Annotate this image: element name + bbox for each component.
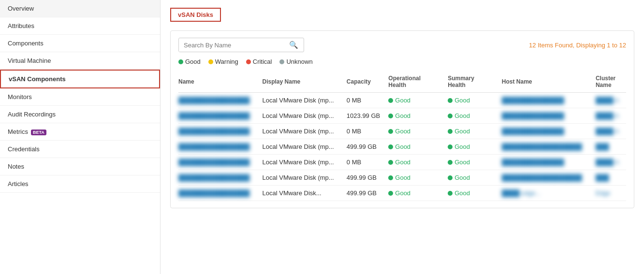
beta-badge: BETA (31, 130, 46, 135)
cell-host-name: ██████████████████ (502, 170, 596, 186)
search-row: 🔍 12 Items Found, Displaying 1 to 12 (178, 38, 626, 52)
name-value[interactable]: ████████████████ (178, 159, 249, 166)
search-input[interactable] (179, 39, 285, 52)
cell-cluster-name: ████ A (596, 93, 626, 108)
vsan-disks-tab[interactable]: vSAN Disks (170, 8, 221, 22)
sidebar-item-vsan-components[interactable]: vSAN Components (0, 70, 160, 88)
name-value[interactable]: ████████████████ (178, 174, 249, 181)
cell-sum-health: Good (448, 155, 502, 170)
main-content: vSAN Disks 🔍 12 Items Found, Displaying … (161, 0, 644, 274)
cell-host-name: ██████████████ (502, 108, 596, 124)
host-name-value[interactable]: ████ edge... (502, 189, 541, 197)
sidebar-item-components[interactable]: Components (0, 35, 160, 52)
cell-op-health: Good (388, 186, 448, 201)
cluster-name-value[interactable]: ███ (596, 143, 609, 150)
name-value[interactable]: ████████████████ (178, 143, 249, 150)
col-cluster-name: ClusterName (596, 71, 626, 93)
cell-name: ████████████████ (178, 139, 263, 155)
search-input-wrap: 🔍 (178, 38, 304, 52)
table-row: ████████████████Local VMware Disk (mp...… (178, 108, 626, 124)
host-name-value[interactable]: ██████████████ (502, 159, 564, 166)
search-button[interactable]: 🔍 (285, 38, 302, 52)
cluster-name-value[interactable]: ████ A (596, 97, 619, 104)
table-row: ████████████████Local VMware Disk (mp...… (178, 124, 626, 139)
table-header-row: Name Display Name Capacity OperationalHe… (178, 71, 626, 93)
host-name-value[interactable]: ██████████████ (502, 128, 564, 135)
cell-host-name: ████ edge... (502, 186, 596, 201)
table-row: ████████████████Local VMware Disk (mp...… (178, 93, 626, 108)
cell-cluster-name: ███ (596, 170, 626, 186)
name-value[interactable]: ████████████████ (178, 189, 249, 197)
name-value[interactable]: ████████████████ (178, 112, 249, 119)
cell-sum-health: Good (448, 139, 502, 155)
legend-unknown: Unknown (279, 58, 312, 65)
cluster-name-value[interactable]: Edge (596, 189, 610, 197)
legend-warning-label: Warning (215, 58, 238, 65)
col-sum-health: SummaryHealth (448, 71, 502, 93)
legend-critical: Critical (246, 58, 272, 65)
cell-cluster-name: ███ (596, 139, 626, 155)
warning-dot (208, 59, 213, 64)
cell-sum-health: Good (448, 170, 502, 186)
cell-capacity: 0 MB (347, 124, 388, 139)
col-host-name: Host Name (502, 71, 596, 93)
cell-name: ████████████████ (178, 186, 263, 201)
cluster-name-value[interactable]: ███ (596, 174, 609, 181)
sidebar-item-audit-recordings[interactable]: Audit Recordings (0, 106, 160, 123)
cell-host-name: ██████████████ (502, 124, 596, 139)
cluster-name-value[interactable]: ████ A (596, 159, 619, 166)
sidebar-item-overview[interactable]: Overview (0, 0, 160, 17)
data-table: Name Display Name Capacity OperationalHe… (178, 71, 626, 201)
cell-display-name: Local VMware Disk (mp... (263, 124, 347, 139)
good-dot (178, 59, 183, 64)
name-value[interactable]: ████████████████ (178, 97, 249, 104)
items-found: 12 Items Found, Displaying 1 to 12 (529, 42, 626, 49)
legend-good: Good (178, 58, 201, 65)
cell-name: ████████████████ (178, 93, 263, 108)
cell-display-name: Local VMware Disk (mp... (263, 155, 347, 170)
cell-host-name: ██████████████████ (502, 139, 596, 155)
sidebar-item-credentials[interactable]: Credentials (0, 141, 160, 158)
cell-capacity: 1023.99 GB (347, 108, 388, 124)
cell-capacity: 499.99 GB (347, 186, 388, 201)
table-body: ████████████████Local VMware Disk (mp...… (178, 93, 626, 201)
host-name-value[interactable]: ██████████████████ (502, 143, 582, 150)
cell-op-health: Good (388, 155, 448, 170)
col-display-name: Display Name (263, 71, 347, 93)
sidebar-item-notes[interactable]: Notes (0, 158, 160, 175)
name-value[interactable]: ████████████████ (178, 128, 249, 135)
table-row: ████████████████Local VMware Disk...499.… (178, 186, 626, 201)
legend-warning: Warning (208, 58, 238, 65)
sidebar-item-metrics[interactable]: MetricsBETA (0, 123, 160, 141)
sidebar-item-attributes[interactable]: Attributes (0, 17, 160, 35)
col-capacity: Capacity (347, 71, 388, 93)
cell-host-name: ██████████████ (502, 155, 596, 170)
cell-op-health: Good (388, 139, 448, 155)
cell-capacity: 499.99 GB (347, 170, 388, 186)
sidebar-item-articles[interactable]: Articles (0, 175, 160, 193)
cell-op-health: Good (388, 108, 448, 124)
cell-cluster-name: ████ A (596, 155, 626, 170)
host-name-value[interactable]: ██████████████ (502, 112, 564, 119)
sidebar: OverviewAttributesComponentsVirtual Mach… (0, 0, 161, 274)
legend-good-label: Good (185, 58, 201, 65)
cell-cluster-name: ████ A (596, 124, 626, 139)
cell-name: ████████████████ (178, 170, 263, 186)
cell-op-health: Good (388, 124, 448, 139)
cell-sum-health: Good (448, 186, 502, 201)
cluster-name-value[interactable]: ████ A (596, 128, 619, 135)
cell-name: ████████████████ (178, 108, 263, 124)
cell-capacity: 0 MB (347, 93, 388, 108)
cell-display-name: Local VMware Disk... (263, 186, 347, 201)
cell-cluster-name: ████ A (596, 108, 626, 124)
cell-name: ████████████████ (178, 155, 263, 170)
cell-display-name: Local VMware Disk (mp... (263, 170, 347, 186)
legend-unknown-label: Unknown (286, 58, 312, 65)
cluster-name-value[interactable]: ████ A (596, 112, 619, 119)
sidebar-item-monitors[interactable]: Monitors (0, 88, 160, 106)
cell-display-name: Local VMware Disk (mp... (263, 139, 347, 155)
table-row: ████████████████Local VMware Disk (mp...… (178, 155, 626, 170)
sidebar-item-virtual-machine[interactable]: Virtual Machine (0, 52, 160, 70)
host-name-value[interactable]: ██████████████████ (502, 174, 582, 181)
host-name-value[interactable]: ██████████████ (502, 97, 564, 104)
